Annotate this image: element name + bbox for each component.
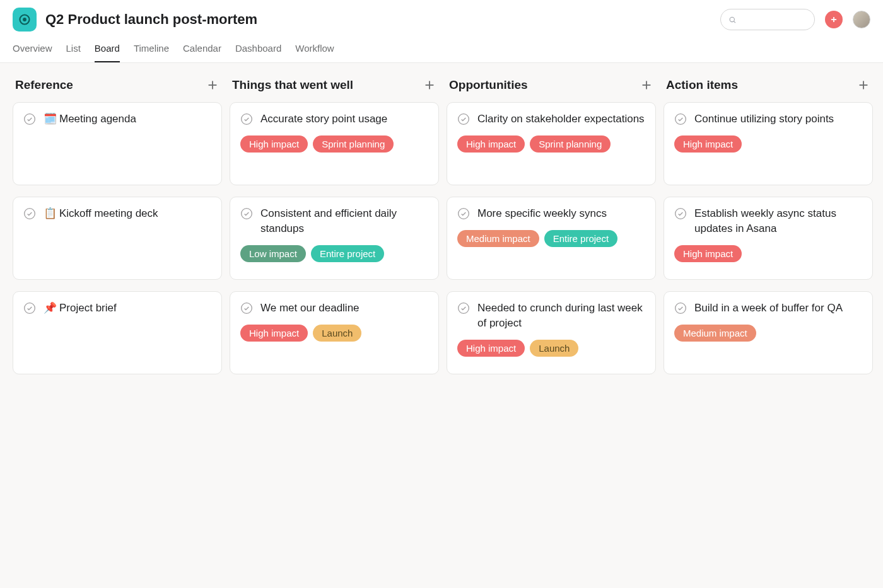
column: Action itemsContinue utilizing story poi… (664, 76, 873, 580)
svg-point-23 (675, 114, 686, 125)
card-title: Continue utilizing story points (694, 112, 834, 127)
tab-dashboard[interactable]: Dashboard (235, 43, 281, 62)
card-tags: Low impactEntire project (240, 245, 428, 262)
complete-toggle-icon[interactable] (457, 302, 470, 314)
card-title: Consistent and efficient daily standups (260, 206, 428, 236)
tag[interactable]: Medium impact (457, 230, 539, 247)
svg-point-10 (25, 303, 35, 314)
svg-point-20 (459, 303, 469, 314)
tab-calendar[interactable]: Calendar (183, 43, 221, 62)
column-header: Opportunities (447, 76, 656, 102)
header: Q2 Product launch post-mortem OverviewLi… (0, 0, 883, 63)
card[interactable]: 📋Kickoff meeting deck (13, 197, 222, 280)
tag[interactable]: Sprint planning (530, 135, 611, 153)
card[interactable]: Consistent and efficient daily standupsL… (230, 197, 439, 280)
card-emoji: 📋 (44, 207, 57, 219)
column-header: Reference (13, 76, 222, 102)
tag[interactable]: Low impact (240, 245, 306, 262)
complete-toggle-icon[interactable] (23, 207, 36, 220)
complete-toggle-icon[interactable] (457, 207, 470, 220)
card-title: Build in a week of buffer for QA (694, 301, 843, 316)
card[interactable]: Clarity on stakeholder expectationsHigh … (447, 102, 656, 185)
board: Reference🗓️Meeting agenda📋Kickoff meetin… (0, 63, 883, 588)
card-emoji: 📌 (44, 302, 57, 314)
tab-board[interactable]: Board (95, 43, 120, 62)
svg-point-8 (25, 114, 35, 125)
svg-point-14 (242, 209, 252, 219)
card[interactable]: 📌Project brief (13, 291, 222, 374)
card-title: 📌Project brief (44, 301, 117, 316)
complete-toggle-icon[interactable] (23, 113, 36, 125)
column: Things that went wellAccurate story poin… (230, 76, 439, 580)
svg-point-15 (242, 303, 252, 314)
card-tags: High impactSprint planning (457, 135, 645, 153)
search-icon (728, 15, 737, 25)
card[interactable]: We met our deadlineHigh impactLaunch (230, 291, 439, 374)
card[interactable]: More specific weekly syncsMedium impactE… (447, 197, 656, 280)
target-icon (18, 13, 31, 26)
complete-toggle-icon[interactable] (23, 302, 36, 314)
card-title: We met our deadline (260, 301, 360, 316)
tag[interactable]: High impact (240, 135, 308, 153)
tag[interactable]: Entire project (544, 230, 617, 247)
tag[interactable]: Entire project (311, 245, 384, 262)
global-add-button[interactable] (825, 11, 843, 28)
add-card-button[interactable] (423, 78, 436, 92)
project-title: Q2 Product launch post-mortem (45, 11, 257, 28)
svg-point-1 (23, 18, 26, 21)
svg-point-18 (459, 114, 469, 125)
svg-line-3 (734, 21, 735, 22)
card-title: More specific weekly syncs (477, 206, 607, 221)
tag[interactable]: High impact (457, 135, 525, 153)
card[interactable]: Build in a week of buffer for QAMedium i… (664, 291, 873, 374)
plus-icon (829, 15, 838, 24)
card-title: Establish weekly async status updates in… (694, 206, 862, 236)
tag[interactable]: High impact (457, 340, 525, 357)
plus-icon (640, 78, 653, 92)
complete-toggle-icon[interactable] (674, 207, 687, 220)
user-avatar[interactable] (853, 11, 870, 28)
card[interactable]: Accurate story point usageHigh impactSpr… (230, 102, 439, 185)
add-card-button[interactable] (640, 78, 653, 92)
tab-timeline[interactable]: Timeline (134, 43, 169, 62)
complete-toggle-icon[interactable] (674, 113, 687, 125)
tab-workflow[interactable]: Workflow (295, 43, 334, 62)
plus-icon (857, 78, 870, 92)
card[interactable]: 🗓️Meeting agenda (13, 102, 222, 185)
card[interactable]: Needed to crunch during last week of pro… (447, 291, 656, 374)
card[interactable]: Establish weekly async status updates in… (664, 197, 873, 280)
tab-list[interactable]: List (66, 43, 81, 62)
search-input[interactable] (742, 14, 807, 25)
column: Reference🗓️Meeting agenda📋Kickoff meetin… (13, 76, 222, 580)
complete-toggle-icon[interactable] (240, 207, 253, 220)
card-tags: High impactLaunch (240, 325, 428, 342)
tag[interactable]: Launch (313, 325, 361, 342)
tag[interactable]: Launch (530, 340, 578, 357)
tag[interactable]: High impact (674, 245, 742, 262)
card-title: Clarity on stakeholder expectations (477, 112, 645, 127)
search-box[interactable] (720, 9, 815, 30)
complete-toggle-icon[interactable] (674, 302, 687, 314)
column-title: Things that went well (232, 78, 353, 92)
add-card-button[interactable] (857, 78, 870, 92)
complete-toggle-icon[interactable] (240, 302, 253, 314)
complete-toggle-icon[interactable] (457, 113, 470, 125)
tag[interactable]: High impact (674, 135, 742, 153)
cards-list: 🗓️Meeting agenda📋Kickoff meeting deck📌Pr… (13, 102, 222, 374)
card-title: 📋Kickoff meeting deck (44, 206, 158, 221)
add-card-button[interactable] (206, 78, 219, 92)
complete-toggle-icon[interactable] (240, 113, 253, 125)
tag[interactable]: High impact (240, 325, 308, 342)
card-tags: Medium impactEntire project (457, 230, 645, 247)
cards-list: Clarity on stakeholder expectationsHigh … (447, 102, 656, 374)
tag[interactable]: Medium impact (674, 325, 756, 342)
svg-point-2 (730, 17, 734, 21)
tab-overview[interactable]: Overview (13, 43, 52, 62)
tag[interactable]: Sprint planning (313, 135, 394, 153)
svg-point-9 (25, 209, 35, 219)
column-title: Reference (15, 78, 73, 92)
card[interactable]: Continue utilizing story pointsHigh impa… (664, 102, 873, 185)
plus-icon (206, 78, 219, 92)
card-tags: High impactSprint planning (240, 135, 428, 153)
project-icon (13, 8, 37, 32)
